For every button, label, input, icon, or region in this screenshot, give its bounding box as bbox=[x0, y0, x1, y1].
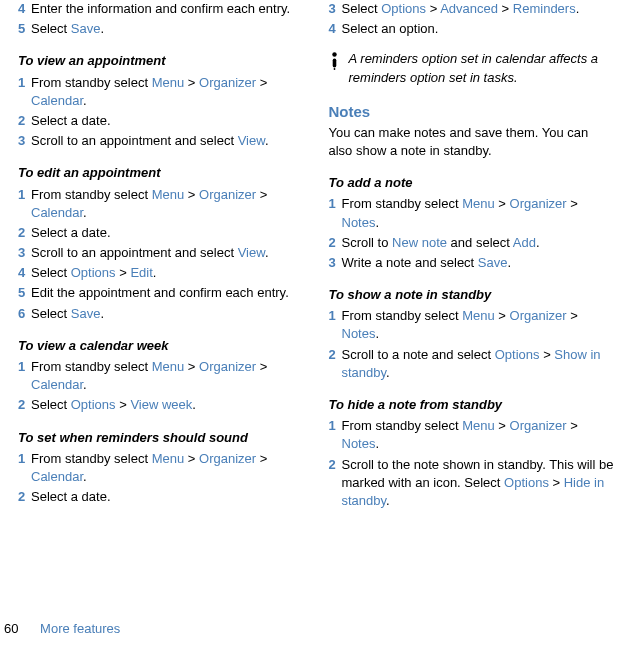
note-block: A reminders option set in calendar affec… bbox=[329, 50, 616, 86]
menu-option: Save bbox=[478, 255, 508, 270]
step-text: Select a date. bbox=[31, 224, 305, 242]
step-number: 2 bbox=[18, 224, 31, 242]
step-number: 1 bbox=[329, 307, 342, 343]
menu-option: Organizer bbox=[199, 75, 256, 90]
subheading: To add a note bbox=[329, 174, 616, 192]
step-text: Select Save. bbox=[31, 305, 305, 323]
step-item: 2 Scroll to a note and select Options > … bbox=[329, 346, 616, 382]
step-item: 5 Edit the appointment and confirm each … bbox=[18, 284, 305, 302]
menu-option: Options bbox=[495, 347, 540, 362]
step-text: Select a date. bbox=[31, 112, 305, 130]
step-item: 1 From standby select Menu > Organizer >… bbox=[18, 74, 305, 110]
subheading: To show a note in standby bbox=[329, 286, 616, 304]
left-column: 4 Enter the information and confirm each… bbox=[18, 0, 305, 512]
step-number: 2 bbox=[329, 346, 342, 382]
menu-option: Edit bbox=[130, 265, 152, 280]
body-text: You can make notes and save them. You ca… bbox=[329, 124, 616, 160]
step-number: 3 bbox=[329, 254, 342, 272]
step-item: 2 Select a date. bbox=[18, 224, 305, 242]
step-number: 4 bbox=[18, 264, 31, 282]
section-title: Notes bbox=[329, 101, 616, 122]
step-text: From standby select Menu > Organizer > C… bbox=[31, 358, 305, 394]
step-item: 3 Select Options > Advanced > Reminders. bbox=[329, 0, 616, 18]
step-item: 2 Scroll to the note shown in standby. T… bbox=[329, 456, 616, 511]
step-item: 3 Write a note and select Save. bbox=[329, 254, 616, 272]
menu-option: Notes bbox=[342, 436, 376, 451]
step-item: 5 Select Save. bbox=[18, 20, 305, 38]
step-text: Select an option. bbox=[342, 20, 616, 38]
menu-option: Menu bbox=[462, 308, 495, 323]
menu-option: Menu bbox=[462, 196, 495, 211]
step-number: 4 bbox=[329, 20, 342, 38]
step-item: 4 Select an option. bbox=[329, 20, 616, 38]
step-number: 3 bbox=[18, 132, 31, 150]
right-column: 3 Select Options > Advanced > Reminders.… bbox=[329, 0, 616, 512]
subheading: To set when reminders should sound bbox=[18, 429, 305, 447]
menu-option: Save bbox=[71, 21, 101, 36]
step-text: From standby select Menu > Organizer > N… bbox=[342, 307, 616, 343]
step-text: Enter the information and confirm each e… bbox=[31, 0, 305, 18]
menu-option: Save bbox=[71, 306, 101, 321]
step-text: From standby select Menu > Organizer > N… bbox=[342, 417, 616, 453]
step-item: 2 Select a date. bbox=[18, 488, 305, 506]
step-number: 3 bbox=[18, 244, 31, 262]
menu-option: Reminders bbox=[513, 1, 576, 16]
step-item: 6 Select Save. bbox=[18, 305, 305, 323]
menu-option: Menu bbox=[152, 75, 185, 90]
step-number: 1 bbox=[18, 74, 31, 110]
menu-option: Menu bbox=[152, 451, 185, 466]
page-footer: 60 More features bbox=[4, 620, 120, 638]
step-item: 4 Enter the information and confirm each… bbox=[18, 0, 305, 18]
menu-option: Organizer bbox=[199, 359, 256, 374]
step-text: Select Save. bbox=[31, 20, 305, 38]
step-item: 2 Select a date. bbox=[18, 112, 305, 130]
step-text: Select a date. bbox=[31, 488, 305, 506]
page-number: 60 bbox=[4, 621, 18, 636]
step-number: 6 bbox=[18, 305, 31, 323]
step-text: Scroll to New note and select Add. bbox=[342, 234, 616, 252]
menu-option: Organizer bbox=[510, 196, 567, 211]
step-number: 2 bbox=[329, 234, 342, 252]
footer-section: More features bbox=[40, 621, 120, 636]
menu-option: Notes bbox=[342, 326, 376, 341]
svg-point-0 bbox=[332, 53, 336, 57]
menu-option: Notes bbox=[342, 215, 376, 230]
svg-rect-1 bbox=[332, 59, 336, 68]
menu-option: Organizer bbox=[199, 451, 256, 466]
step-text: From standby select Menu > Organizer > N… bbox=[342, 195, 616, 231]
menu-option: Options bbox=[504, 475, 549, 490]
menu-option: Organizer bbox=[510, 308, 567, 323]
menu-option: Menu bbox=[462, 418, 495, 433]
menu-option: Calendar bbox=[31, 377, 83, 392]
step-number: 4 bbox=[18, 0, 31, 18]
menu-option: Advanced bbox=[440, 1, 498, 16]
menu-option: View bbox=[238, 133, 265, 148]
step-text: Write a note and select Save. bbox=[342, 254, 616, 272]
step-number: 1 bbox=[18, 450, 31, 486]
step-text: Scroll to an appointment and select View… bbox=[31, 132, 305, 150]
menu-option: Options bbox=[381, 1, 426, 16]
step-text: Select Options > Advanced > Reminders. bbox=[342, 0, 616, 18]
menu-option: Options bbox=[71, 265, 116, 280]
svg-point-2 bbox=[333, 68, 335, 70]
step-item: 3 Scroll to an appointment and select Vi… bbox=[18, 132, 305, 150]
menu-option: View bbox=[238, 245, 265, 260]
step-text: Select Options > View week. bbox=[31, 396, 305, 414]
step-number: 1 bbox=[329, 195, 342, 231]
step-number: 1 bbox=[18, 186, 31, 222]
subheading: To hide a note from standby bbox=[329, 396, 616, 414]
subheading: To edit an appointment bbox=[18, 164, 305, 182]
menu-option: Menu bbox=[152, 359, 185, 374]
step-text: Edit the appointment and confirm each en… bbox=[31, 284, 305, 302]
step-text: Scroll to a note and select Options > Sh… bbox=[342, 346, 616, 382]
step-text: Scroll to an appointment and select View… bbox=[31, 244, 305, 262]
step-text: From standby select Menu > Organizer > C… bbox=[31, 186, 305, 222]
step-item: 1 From standby select Menu > Organizer >… bbox=[18, 450, 305, 486]
step-number: 2 bbox=[18, 112, 31, 130]
step-item: 1 From standby select Menu > Organizer >… bbox=[329, 417, 616, 453]
menu-option: Calendar bbox=[31, 93, 83, 108]
subheading: To view a calendar week bbox=[18, 337, 305, 355]
step-number: 2 bbox=[329, 456, 342, 511]
step-number: 3 bbox=[329, 0, 342, 18]
step-item: 1 From standby select Menu > Organizer >… bbox=[18, 186, 305, 222]
